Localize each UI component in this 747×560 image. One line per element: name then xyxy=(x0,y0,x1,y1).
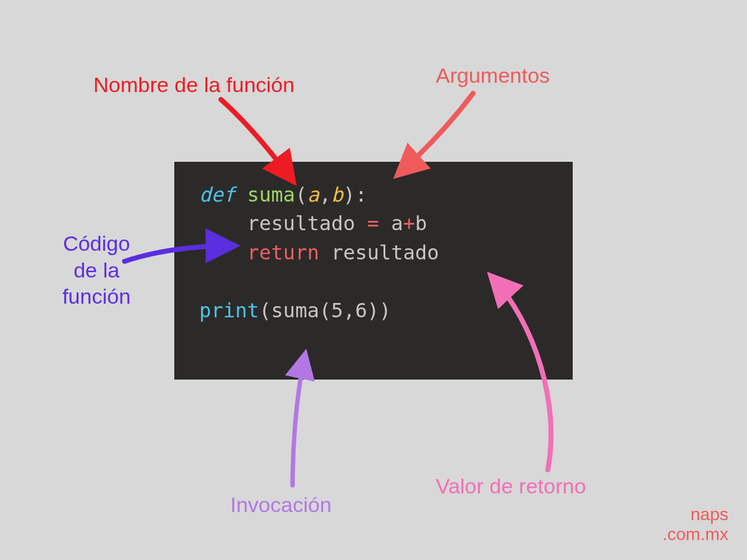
keyword-return: return xyxy=(247,241,319,264)
label-function-body: Código de la función xyxy=(37,230,156,310)
label-arguments: Argumentos xyxy=(436,62,550,89)
call-arg-1: 6 xyxy=(355,299,367,322)
code-line-call: print(suma(5,6)) xyxy=(199,296,554,325)
call-arg-0: 5 xyxy=(331,299,343,322)
expr-op: + xyxy=(403,212,415,235)
code-line-def: def suma(a,b): xyxy=(199,180,554,209)
keyword-def: def xyxy=(199,183,235,207)
param-b: b xyxy=(331,183,343,207)
code-line-return: return resultado xyxy=(199,238,554,267)
label-invocation: Invocación xyxy=(230,492,332,518)
diagram-stage: def suma(a,b): resultado = a+b return re… xyxy=(0,0,747,560)
watermark-line2: .com.mx xyxy=(662,525,728,544)
param-a: a xyxy=(307,183,319,207)
watermark: naps .com.mx xyxy=(662,505,728,544)
call-print: print xyxy=(199,299,259,322)
code-line-blank xyxy=(199,267,554,296)
call-func: suma xyxy=(271,299,319,322)
expr-rhs: b xyxy=(415,212,427,235)
function-name: suma xyxy=(247,183,295,207)
watermark-line1: naps xyxy=(662,505,728,525)
label-return-value: Valor de retorno xyxy=(436,473,586,500)
return-var: resultado xyxy=(331,241,439,264)
label-function-name: Nombre de la función xyxy=(93,72,294,98)
code-line-body: resultado = a+b xyxy=(199,209,554,238)
expr-lhs: a xyxy=(391,212,403,235)
code-block: def suma(a,b): resultado = a+b return re… xyxy=(174,162,573,380)
body-var: resultado xyxy=(247,212,355,235)
